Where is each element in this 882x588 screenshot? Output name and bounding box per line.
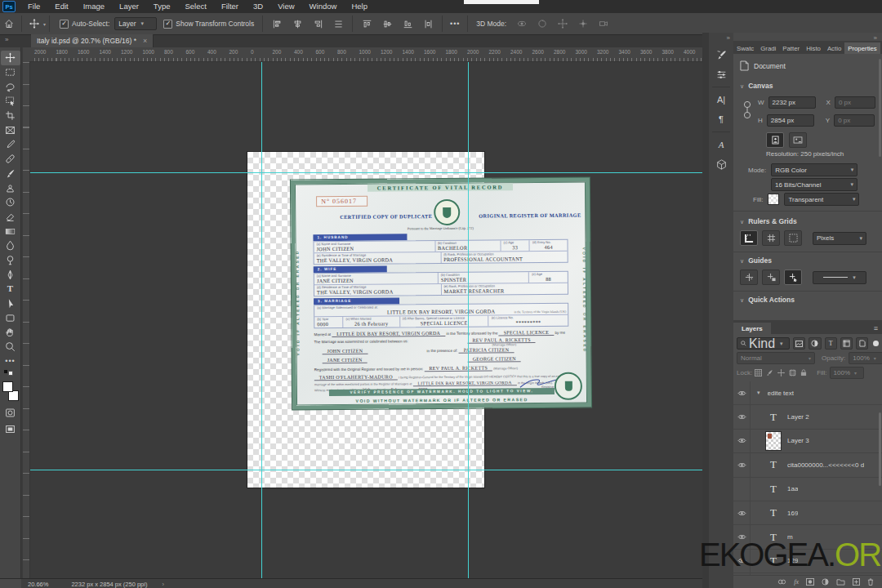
group-expand-chevron-icon[interactable]: ▾: [757, 390, 760, 396]
y-field[interactable]: 0 px: [834, 114, 875, 127]
guide-style-dropdown[interactable]: [813, 271, 866, 284]
layer-row[interactable]: ▾ T 169: [733, 501, 882, 525]
layer-name[interactable]: edite text: [768, 390, 794, 397]
menu-item[interactable]: Select: [177, 0, 213, 13]
object-selection-tool[interactable]: [1, 94, 20, 109]
panel-tab[interactable]: Swatc: [733, 42, 757, 54]
lock-artboard-icon[interactable]: [789, 369, 798, 376]
strip-collapse-icon[interactable]: »: [709, 33, 733, 45]
link-layers-icon[interactable]: [777, 578, 786, 586]
type-tool[interactable]: T: [1, 282, 20, 296]
clone-stamp-tool[interactable]: [1, 180, 20, 195]
menu-item[interactable]: File: [20, 0, 47, 13]
blend-mode-dropdown[interactable]: Normal: [737, 352, 815, 364]
menu-item[interactable]: View: [270, 0, 301, 13]
layer-name[interactable]: cita0000000...<<<<<<<0 d: [787, 461, 864, 469]
canvas-area[interactable]: CERTIFICATE OF VITAL RECORD N° 056017 CE…: [29, 62, 702, 578]
3d-orbit-icon[interactable]: [513, 16, 531, 31]
document-tab[interactable]: Italy id.psd @ 20.7% (RGB/16) * ×: [31, 34, 154, 47]
filter-pixel-layers-icon[interactable]: [793, 337, 805, 350]
layer-mask-icon[interactable]: [806, 578, 814, 586]
layer-name[interactable]: 1aa: [787, 485, 798, 492]
panel-tab[interactable]: Gradi: [757, 42, 779, 54]
fill-swatch[interactable]: [768, 194, 779, 205]
align-bottom-edges-icon[interactable]: [399, 16, 416, 31]
toggle-guides-button[interactable]: [740, 270, 758, 285]
blur-tool[interactable]: [1, 238, 20, 253]
layers-menu-icon[interactable]: ≡: [870, 323, 882, 334]
layer-filter-kind-dropdown[interactable]: Kind: [737, 337, 790, 350]
new-group-icon[interactable]: [836, 578, 845, 586]
filter-type-layers-icon[interactable]: T: [825, 337, 837, 350]
move-tool-preset-icon[interactable]: [25, 16, 43, 31]
layer-fill-field[interactable]: 100%: [830, 367, 864, 379]
menu-item[interactable]: Image: [76, 0, 112, 13]
filter-adjustment-layers-icon[interactable]: [808, 337, 821, 350]
height-field[interactable]: 2854 px: [767, 114, 814, 127]
dock-divider[interactable]: [702, 33, 709, 588]
3d-slide-icon[interactable]: [574, 16, 592, 31]
align-horizontal-centers-icon[interactable]: [288, 16, 306, 31]
align-top-edges-icon[interactable]: [358, 16, 376, 31]
brush-tool[interactable]: [1, 167, 20, 181]
move-tool[interactable]: [1, 51, 20, 65]
landscape-orientation-button[interactable]: [789, 132, 807, 148]
edit-guides-button[interactable]: [784, 270, 802, 285]
glyphs-panel-icon[interactable]: A: [709, 135, 733, 154]
panel-tab[interactable]: Actio: [824, 42, 844, 54]
zoom-level[interactable]: 20.66%: [28, 581, 48, 588]
menu-item[interactable]: Layer: [112, 0, 146, 13]
screen-mode-icon[interactable]: [1, 422, 20, 437]
layer-name[interactable]: m: [787, 533, 793, 541]
menu-item[interactable]: Filter: [214, 0, 246, 13]
vertical-guide[interactable]: [261, 62, 262, 578]
3d-pan-icon[interactable]: [554, 16, 572, 31]
layer-row[interactable]: ▾ T Layer 2: [733, 405, 882, 429]
layer-row[interactable]: ▾ T 129: [733, 550, 882, 573]
more-options-icon[interactable]: •••: [446, 16, 464, 31]
home-icon[interactable]: [0, 16, 18, 31]
chevron-down-icon[interactable]: ▾: [43, 21, 46, 27]
fill-dropdown[interactable]: Transparent: [784, 193, 859, 206]
layer-row[interactable]: ▾ T 1aa: [733, 478, 882, 501]
align-vertical-centers-icon[interactable]: [378, 16, 396, 31]
menu-item[interactable]: Window: [302, 0, 345, 13]
layer-name[interactable]: 129: [787, 557, 798, 564]
menu-item[interactable]: Help: [344, 0, 375, 13]
opacity-field[interactable]: 100%: [849, 352, 882, 364]
foreground-background-swatches[interactable]: [2, 381, 19, 401]
filter-smart-objects-icon[interactable]: [856, 337, 868, 350]
visibility-eye-icon[interactable]: [733, 381, 751, 404]
panel-tab[interactable]: Properties: [844, 42, 880, 54]
character-panel-icon[interactable]: A|: [709, 90, 733, 109]
visibility-eye-icon[interactable]: [733, 550, 751, 572]
layer-name[interactable]: 169: [787, 510, 798, 517]
pen-tool[interactable]: [1, 267, 20, 282]
vertical-guide[interactable]: [468, 62, 469, 578]
visibility-eye-icon[interactable]: [733, 525, 751, 548]
lock-position-icon[interactable]: [777, 369, 786, 376]
new-layer-icon[interactable]: [853, 578, 860, 586]
rulers-grids-section-header[interactable]: ∨Rulers & Grids: [740, 217, 797, 225]
gradient-tool[interactable]: [1, 224, 20, 238]
menu-item[interactable]: 3D: [246, 0, 270, 13]
close-icon[interactable]: ×: [143, 37, 147, 45]
eyedropper-tool[interactable]: [1, 137, 20, 152]
bit-depth-dropdown[interactable]: 16 Bits/Channel: [771, 178, 858, 191]
3d-roll-icon[interactable]: [533, 16, 551, 31]
layer-effects-icon[interactable]: fx: [794, 578, 799, 586]
edit-toolbar-icon[interactable]: •••: [1, 354, 20, 368]
brushes-panel-icon[interactable]: [709, 45, 733, 65]
foreground-color-swatch[interactable]: [2, 381, 13, 392]
mode-dropdown[interactable]: RGB Color: [771, 163, 858, 176]
portrait-orientation-button[interactable]: [766, 132, 784, 148]
menu-item[interactable]: Edit: [47, 0, 75, 13]
lasso-tool[interactable]: [1, 79, 20, 94]
visibility-eye-icon[interactable]: [733, 478, 751, 501]
marquee-tool[interactable]: [1, 65, 20, 80]
healing-brush-tool[interactable]: [1, 152, 20, 167]
panel-tab[interactable]: Histo: [803, 42, 824, 54]
panel-tab[interactable]: Patter: [779, 42, 803, 54]
path-selection-tool[interactable]: [1, 296, 20, 311]
quick-mask-icon[interactable]: [1, 406, 20, 421]
